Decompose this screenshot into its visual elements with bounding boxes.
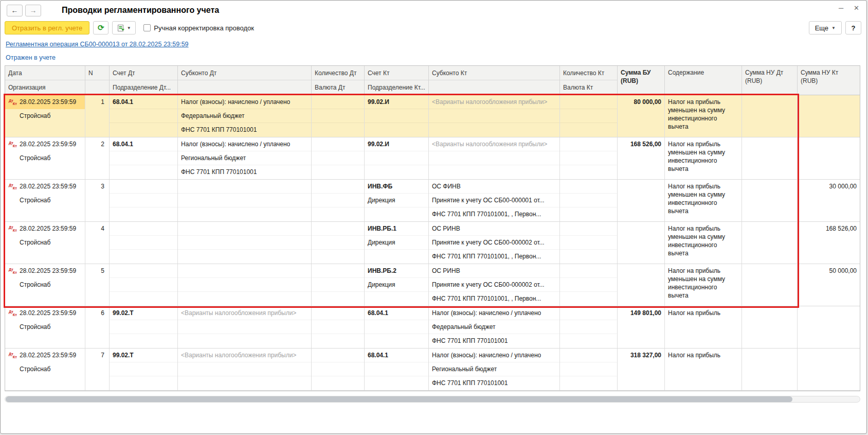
sum-nu-kt: 50 000,00 [798,264,860,306]
manual-adjustment-checkbox[interactable]: Ручная корректировка проводок [143,24,254,32]
subconto-kt-1: <Варианты налогообложения прибыли> [429,137,559,151]
subconto-kt-3: ФНС 7701 КПП 770101001 [429,334,559,348]
quantity-dt-cell [312,349,365,390]
quantity-kt-cell [560,137,618,179]
row-number: 3 [85,180,109,194]
col-header-subconto-kt[interactable]: Субконто Кт [429,66,560,95]
table-row[interactable]: ДтКт28.02.2025 23:59:59 Стройснаб 2 68.0… [5,137,860,180]
header-subdivision-kt-label: Подразделение Кт... [365,80,428,95]
col-header-sum-nu-kt[interactable]: Сумма НУ Кт (RUB) [798,66,860,95]
chevron-down-icon: ▼ [127,26,131,30]
sum-nu-dt [742,306,798,348]
col-header-date[interactable]: Дата Организация [5,66,85,95]
account-dt [110,222,177,236]
help-button[interactable]: ? [845,21,861,34]
table-header: Дата Организация N Счет Дт Подразделение… [5,66,860,95]
col-header-account-kt[interactable]: Счет Кт Подразделение Кт... [365,66,429,95]
manual-adjustment-label[interactable]: Ручная корректировка проводок [154,24,254,32]
row-organization: Стройснаб [5,109,85,123]
header-date-label: Дата [5,66,85,80]
quantity-dt-cell [312,137,365,179]
scrollbar-thumb[interactable] [6,396,792,402]
sum-nu-kt: 168 526,00 [798,222,860,264]
row-organization: Стройснаб [5,278,85,292]
more-button[interactable]: Еще ▼ [809,21,842,34]
account-kt: 99.02.И [365,95,428,109]
table-row[interactable]: ДтКт28.02.2025 23:59:59 Стройснаб 4 ИНВ.… [5,222,860,264]
row-content: Налог на прибыль уменьшен на сумму инвес… [665,95,742,137]
quantity-dt-cell [312,95,365,137]
row-content: Налог на прибыль уменьшен на сумму инвес… [665,180,742,221]
table-row[interactable]: ДтКт28.02.2025 23:59:59 Стройснаб 6 99.0… [5,306,860,349]
table-row[interactable]: ДтКт28.02.2025 23:59:59 Стройснаб 5 ИНВ.… [5,264,860,306]
dt-kt-posting-icon: ДтКт [8,140,17,149]
close-button[interactable]: ✕ [854,4,859,12]
row-number: 1 [85,95,109,109]
subdivision-kt [365,109,428,123]
dt-kt-posting-icon: ДтКт [8,98,17,107]
col-header-subconto-dt[interactable]: Субконто Дт [178,66,312,95]
sum-nu-dt [742,95,798,137]
sum-bu [618,222,665,264]
subconto-dt-3: ФНС 7701 КПП 770101001 [178,123,311,137]
sum-bu: 168 526,00 [618,137,665,179]
table-row[interactable]: ДтКт28.02.2025 23:59:59 Стройснаб 1 68.0… [5,95,860,137]
row-content: Налог на прибыль уменьшен на сумму инвес… [665,264,742,306]
row-date: 28.02.2025 23:59:59 [20,222,76,236]
sum-nu-dt [742,222,798,264]
header-number-label: N [85,66,109,80]
col-header-sum-nu-dt[interactable]: Сумма НУ Дт (RUB) [742,66,798,95]
subconto-dt-1: Налог (взносы): начислено / уплачено [178,95,311,109]
account-dt: 68.04.1 [110,137,177,151]
quantity-kt-cell [560,264,618,306]
header-subconto-dt-label: Субконто Дт [178,66,311,80]
header-quantity-dt-label: Количество Дт [312,66,364,80]
nav-back-button[interactable]: ← [7,5,23,16]
col-header-quantity-kt[interactable]: Количество Кт Валюта Кт [560,66,618,95]
col-header-account-dt[interactable]: Счет Дт Подразделение Дт... [110,66,178,95]
subconto-kt-3 [429,165,559,179]
subconto-kt-1: Налог (взносы): начислено / уплачено [429,306,559,320]
more-button-label: Еще [815,24,828,32]
horizontal-scrollbar[interactable] [5,396,860,403]
header-quantity-kt-label: Количество Кт [560,66,617,80]
subdivision-kt [365,151,428,165]
row-number: 2 [85,137,109,151]
row-date: 28.02.2025 23:59:59 [20,349,76,362]
status-text: Отражен в учете [6,54,866,61]
sum-bu [618,180,665,221]
subdivision-kt [365,362,428,376]
nav-forward-button[interactable]: → [25,5,41,16]
arrow-left-icon: ← [11,6,19,14]
checkbox-box[interactable] [143,24,151,31]
subconto-kt-1: ОС РИНВ [429,222,559,236]
dt-kt-posting-icon: ДтКт [8,224,17,233]
quantity-kt-cell [560,306,618,348]
postings-table: Дата Организация N Счет Дт Подразделение… [5,65,860,391]
dt-kt-posting-icon: ДтКт [8,182,17,191]
row-organization: Стройснаб [5,194,85,207]
sum-bu [618,264,665,306]
subdivision-dt [110,151,177,165]
refresh-button[interactable]: ⟳ [93,21,109,34]
col-header-content[interactable]: Содержание [665,66,742,95]
postings-report-button[interactable]: ▼ [112,21,136,34]
quantity-dt-cell [312,264,365,306]
col-header-quantity-dt[interactable]: Количество Дт Валюта Дт [312,66,365,95]
col-header-number[interactable]: N [85,66,110,95]
col-header-sum-bu[interactable]: Сумма БУ (RUB) [618,66,665,95]
row-content: Налог на прибыль [665,349,742,390]
row-date: 28.02.2025 23:59:59 [20,180,76,194]
table-row[interactable]: ДтКт28.02.2025 23:59:59 Стройснаб 3 ИНВ.… [5,180,860,222]
regulated-operation-link[interactable]: Регламентная операция СБ00-000013 от 28.… [6,41,189,48]
sum-nu-kt [798,306,860,348]
quantity-dt-cell [312,180,365,221]
subconto-kt-2: Федеральный бюджет [429,320,559,334]
minimize-button[interactable]: ─ [839,4,843,12]
row-number: 4 [85,222,109,236]
account-dt [110,180,177,194]
reflect-in-accounting-button[interactable]: Отразить в регл. учете [5,21,89,34]
table-row[interactable]: ДтКт28.02.2025 23:59:59 Стройснаб 7 99.0… [5,349,860,391]
subconto-kt-1: ОС ФИНВ [429,180,559,194]
subconto-dt-1 [178,264,311,278]
